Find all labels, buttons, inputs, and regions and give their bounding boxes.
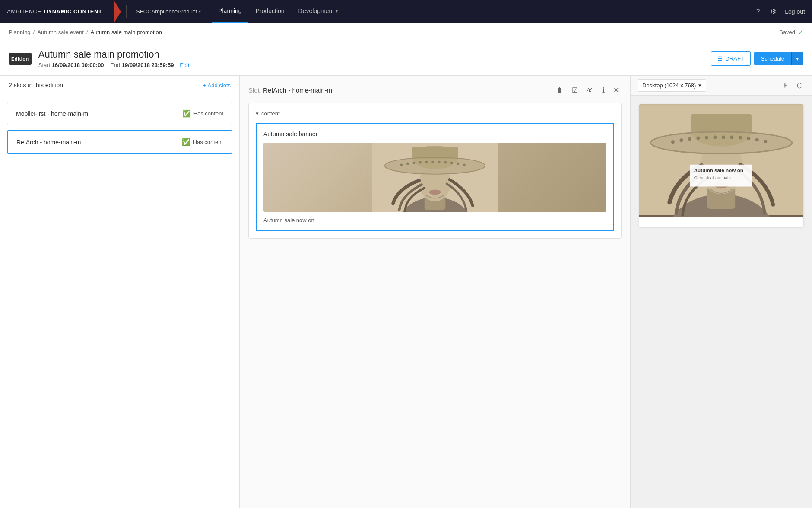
nav-right-actions: ? ⚙ Log out — [754, 6, 805, 17]
start-label: Start — [38, 62, 50, 68]
settings-icon[interactable]: ⚙ — [768, 6, 778, 17]
edition-title: Autumn sale main promotion — [38, 49, 704, 60]
content-section-label: content — [261, 110, 280, 117]
svg-point-19 — [429, 190, 441, 195]
svg-point-28 — [671, 140, 675, 144]
svg-point-12 — [425, 161, 428, 163]
svg-point-38 — [755, 138, 759, 141]
breadcrumb-sep-1: / — [33, 29, 35, 35]
draft-button[interactable]: ☰ DRAFT — [711, 51, 750, 66]
saved-label: Saved — [779, 29, 795, 35]
nav-item-development[interactable]: Development ▾ — [292, 0, 344, 23]
workspace-label: SFCCAmplienceProduct — [136, 8, 197, 15]
slot-close-button[interactable]: ✕ — [611, 84, 622, 96]
schedule-chevron-icon: ▾ — [796, 55, 799, 62]
development-chevron-icon: ▾ — [336, 9, 338, 13]
svg-point-17 — [457, 163, 459, 165]
preview-external-button[interactable]: ⬡ — [794, 80, 805, 91]
viewport-selector[interactable]: Desktop (1024 x 768) ▾ — [638, 79, 706, 92]
edition-actions: ☰ DRAFT Schedule ▾ — [711, 51, 803, 66]
edit-link[interactable]: Edit — [180, 62, 189, 68]
svg-point-9 — [406, 163, 409, 165]
schedule-dropdown-button[interactable]: ▾ — [791, 52, 803, 65]
preview-copy-button[interactable]: ⎘ — [782, 80, 791, 91]
preview-card: Autumn sale now on Great deals on hats — [639, 104, 803, 227]
brand-amplience-text: AMPLIENCE — [7, 8, 41, 15]
svg-point-36 — [739, 136, 742, 139]
end-date: 19/09/2018 23:59:59 — [122, 62, 174, 68]
status-icon-refarch: ✅ — [182, 138, 190, 146]
slot-name-mobilefirst: MobileFirst - home-main-m — [16, 110, 88, 117]
nav-items: Planning Production Development ▾ — [212, 0, 751, 23]
svg-point-34 — [722, 136, 725, 139]
svg-text:Autumn sale now on: Autumn sale now on — [694, 167, 743, 173]
slot-info-button[interactable]: ℹ — [599, 84, 607, 96]
breadcrumb: Planning / Autumn sale event / Autumn sa… — [9, 29, 162, 35]
content-item[interactable]: Autumn sale banner — [256, 123, 614, 231]
preview-footer — [639, 217, 803, 227]
svg-point-31 — [697, 136, 700, 140]
edition-dates: Start 16/09/2018 00:00:00 End 19/09/2018… — [38, 62, 704, 68]
slot-status-label-refarch: Has content — [193, 139, 223, 145]
slot-list: MobileFirst - home-main-m ✅ Has content … — [0, 95, 239, 161]
content-section-header[interactable]: ▾ content — [256, 110, 614, 117]
right-panel: Desktop (1024 x 768) ▾ ⎘ ⬡ — [631, 76, 812, 508]
content-collapse-icon: ▾ — [256, 110, 259, 117]
slot-action-buttons: 🗑 ☑ 👁 ℹ ✕ — [554, 84, 622, 96]
nav-separator — [126, 5, 127, 18]
slot-status-refarch: ✅ Has content — [182, 138, 223, 146]
nav-item-production[interactable]: Production — [250, 0, 291, 23]
content-section: ▾ content Autumn sale banner — [248, 103, 622, 239]
top-navigation: AMPLIENCE DYNAMIC CONTENT SFCCAmplienceP… — [0, 0, 812, 23]
slot-checklist-button[interactable]: ☑ — [569, 84, 580, 96]
slot-detail-title: Slot RefArch - home-main-m — [248, 86, 332, 94]
breadcrumb-bar: Planning / Autumn sale event / Autumn sa… — [0, 23, 812, 42]
svg-point-39 — [764, 140, 767, 143]
preview-hat-illustration: Autumn sale now on Great deals on hats — [639, 104, 803, 217]
slot-item-refarch[interactable]: RefArch - home-main-m ✅ Has content — [7, 130, 232, 154]
main-content: Edition Autumn sale main promotion Start… — [0, 42, 812, 508]
start-date: 16/09/2018 00:00:00 — [52, 62, 104, 68]
slot-preview-button[interactable]: 👁 — [584, 85, 596, 96]
viewport-label: Desktop (1024 x 768) — [642, 82, 696, 89]
slot-name-detail: RefArch - home-main-m — [263, 86, 332, 94]
right-panel-header: Desktop (1024 x 768) ▾ ⎘ ⬡ — [631, 76, 812, 96]
preview-image: Autumn sale now on Great deals on hats — [639, 104, 803, 217]
breadcrumb-planning[interactable]: Planning — [9, 29, 31, 35]
slot-name-refarch: RefArch - home-main-m — [16, 139, 81, 146]
hat-illustration — [263, 143, 606, 212]
svg-point-35 — [730, 136, 733, 139]
left-panel: 2 slots in this edition + Add slots Mobi… — [0, 76, 240, 508]
middle-panel: Slot RefArch - home-main-m 🗑 ☑ 👁 ℹ ✕ ▾ c… — [240, 76, 631, 508]
panels: 2 slots in this edition + Add slots Mobi… — [0, 76, 812, 508]
saved-badge: Saved ✓ — [779, 28, 803, 36]
edition-badge: Edition — [9, 53, 32, 65]
nav-item-planning[interactable]: Planning — [212, 0, 248, 23]
slots-count: 2 slots in this edition — [9, 82, 63, 89]
content-item-title: Autumn sale banner — [263, 131, 606, 137]
slot-detail-header: Slot RefArch - home-main-m 🗑 ☑ 👁 ℹ ✕ — [248, 84, 622, 96]
add-slots-button[interactable]: + Add slots — [203, 82, 231, 89]
draft-icon: ☰ — [717, 55, 723, 62]
schedule-button[interactable]: Schedule — [754, 52, 791, 65]
brand-chevron-icon — [114, 0, 121, 23]
slot-status-mobilefirst: ✅ Has content — [182, 109, 223, 118]
svg-point-30 — [688, 137, 691, 141]
slot-delete-button[interactable]: 🗑 — [554, 85, 566, 96]
preview-area: Autumn sale now on Great deals on hats — [631, 96, 812, 508]
breadcrumb-sep-2: / — [86, 29, 88, 35]
slot-item-mobilefirst[interactable]: MobileFirst - home-main-m ✅ Has content — [7, 102, 232, 125]
content-image — [263, 143, 606, 212]
preview-actions: ⎘ ⬡ — [782, 80, 805, 91]
logout-button[interactable]: Log out — [785, 8, 805, 15]
help-icon[interactable]: ? — [754, 6, 761, 17]
workspace-selector[interactable]: SFCCAmplienceProduct ▾ — [132, 6, 205, 17]
breadcrumb-event[interactable]: Autumn sale event — [37, 29, 84, 35]
svg-point-32 — [705, 136, 708, 139]
svg-point-16 — [450, 162, 453, 164]
breadcrumb-current: Autumn sale main promotion — [91, 29, 162, 35]
workspace-chevron-icon: ▾ — [199, 9, 201, 14]
saved-check-icon: ✓ — [798, 28, 803, 36]
svg-point-11 — [419, 161, 422, 164]
status-icon-mobilefirst: ✅ — [182, 109, 191, 118]
